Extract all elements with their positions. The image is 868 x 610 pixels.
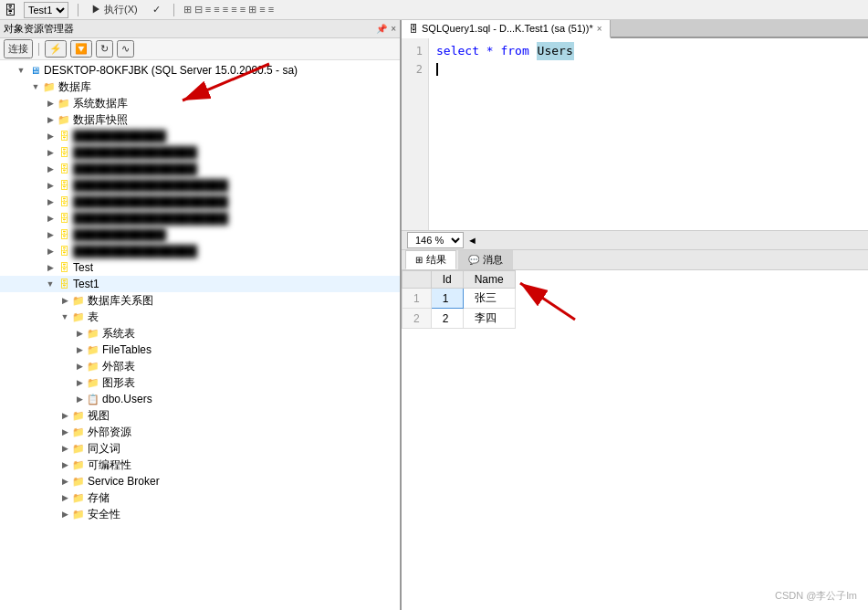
sysdb-toggle[interactable]: ▶: [44, 99, 57, 108]
database-selector[interactable]: Test1: [24, 2, 68, 18]
table-row[interactable]: 1 1 张三: [403, 289, 516, 309]
tree-container[interactable]: ▼ 🖥 DESKTOP-8OKFJBK (SQL Server 15.0.200…: [0, 60, 400, 610]
tab-db-icon: 🗄: [409, 24, 418, 34]
connect-button[interactable]: 连接: [4, 39, 33, 58]
messages-tab[interactable]: 💬 消息: [458, 250, 513, 269]
tree-db4[interactable]: ▶ 🗄 ████████████████████: [0, 177, 400, 194]
exp-more-btn[interactable]: ∿: [117, 40, 134, 58]
exp-refresh-btn[interactable]: ⚡: [45, 40, 67, 58]
panel-title: 对象资源管理器: [4, 22, 74, 36]
checkmark-button[interactable]: ✓: [149, 3, 164, 16]
db1-toggle[interactable]: ▶: [44, 131, 57, 141]
tree-db2[interactable]: ▶ 🗄 ████████████████: [0, 144, 400, 161]
tree-views[interactable]: ▶ 📁 视图: [0, 407, 400, 424]
tree-graph-tables[interactable]: ▶ 📁 图形表: [0, 374, 400, 391]
execute-button[interactable]: ▶ 执行(X): [88, 2, 141, 17]
test1-toggle[interactable]: ▼: [44, 279, 57, 289]
db3-label: ████████████████: [73, 163, 197, 175]
panel-close-btn[interactable]: ×: [391, 24, 396, 34]
tree-filetables[interactable]: ▶ 📁 FileTables: [0, 342, 400, 358]
systables-toggle[interactable]: ▶: [73, 329, 86, 338]
result-tabs-bar: ⊞ 结果 💬 消息: [402, 250, 868, 270]
table-row[interactable]: 2 2 李四: [403, 309, 516, 329]
exp-filter-btn[interactable]: 🔽: [70, 40, 92, 58]
views-label: 视图: [88, 408, 110, 424]
systables-label: 系统表: [102, 326, 135, 342]
tree-synonyms[interactable]: ▶ 📁 同义词: [0, 440, 400, 457]
code-area[interactable]: select * from Users: [429, 38, 868, 230]
tree-service-broker[interactable]: ▶ 📁 Service Broker: [0, 473, 400, 489]
tree-test-db[interactable]: ▶ 🗄 Test: [0, 259, 400, 276]
db2-toggle[interactable]: ▶: [44, 148, 57, 157]
graphtables-icon: 📁: [86, 377, 100, 389]
panel-pin-btn[interactable]: 📌: [376, 24, 387, 34]
extres-toggle[interactable]: ▶: [58, 427, 71, 436]
databases-toggle[interactable]: ▼: [29, 82, 42, 91]
tree-db1[interactable]: ▶ 🗄 ████████████: [0, 128, 400, 144]
row-2-num: 2: [403, 309, 432, 329]
db3-toggle[interactable]: ▶: [44, 164, 57, 174]
row-1-id[interactable]: 1: [431, 289, 463, 309]
server-toggle[interactable]: ▼: [15, 66, 27, 75]
prog-label: 可编程性: [88, 458, 131, 473]
db5-label: ████████████████████: [73, 195, 228, 208]
zoom-selector[interactable]: 146 %: [407, 232, 464, 248]
tree-sys-tables[interactable]: ▶ 📁 系统表: [0, 325, 400, 342]
editor-content[interactable]: 1 2 select * from Users: [402, 38, 868, 230]
zoom-bar: 146 % ◄: [402, 230, 868, 250]
row-2-id[interactable]: 2: [431, 309, 463, 329]
snapshots-toggle[interactable]: ▶: [44, 115, 57, 124]
tree-test1-db[interactable]: ▼ 🗄 Test1: [0, 276, 400, 292]
exp-sync-btn[interactable]: ↻: [96, 40, 113, 58]
prog-toggle[interactable]: ▶: [58, 460, 71, 469]
test1-label: Test1: [73, 278, 99, 290]
zoom-scroll-btn[interactable]: ◄: [467, 235, 477, 246]
tables-toggle[interactable]: ▼: [58, 312, 71, 321]
results-tab[interactable]: ⊞ 结果: [405, 250, 456, 269]
toolbar-icons: ⊞ ⊟ ≡ ≡ ≡ ≡ ≡ ⊞ ≡ ≡: [183, 4, 274, 16]
tree-db8[interactable]: ▶ 🗄 ████████████████: [0, 243, 400, 259]
tree-db5[interactable]: ▶ 🗄 ████████████████████: [0, 194, 400, 210]
tree-db-diagram[interactable]: ▶ 📁 数据库关系图: [0, 292, 400, 309]
tree-ext-resources[interactable]: ▶ 📁 外部资源: [0, 424, 400, 440]
db6-toggle[interactable]: ▶: [44, 214, 57, 223]
results-tab-label: 结果: [426, 253, 446, 267]
top-toolbar: 🗄 Test1 ▶ 执行(X) ✓ ⊞ ⊟ ≡ ≡ ≡ ≡ ≡ ⊞ ≡ ≡: [0, 0, 868, 20]
tree-db3[interactable]: ▶ 🗄 ████████████████: [0, 161, 400, 177]
tree-db-snapshots[interactable]: ▶ 📁 数据库快照: [0, 111, 400, 128]
synonyms-toggle[interactable]: ▶: [58, 444, 71, 453]
security-toggle[interactable]: ▶: [58, 510, 71, 519]
users-toggle[interactable]: ▶: [73, 394, 86, 404]
db5-toggle[interactable]: ▶: [44, 197, 57, 206]
tree-system-dbs[interactable]: ▶ 📁 系统数据库: [0, 95, 400, 111]
tables-icon: 📁: [71, 311, 86, 323]
tree-security[interactable]: ▶ 📁 安全性: [0, 506, 400, 522]
tree-tables-folder[interactable]: ▼ 📁 表: [0, 309, 400, 325]
test-toggle[interactable]: ▶: [44, 263, 57, 272]
exttables-toggle[interactable]: ▶: [73, 362, 86, 371]
broker-toggle[interactable]: ▶: [58, 477, 71, 486]
row-1-name[interactable]: 张三: [463, 289, 515, 309]
tab-close-btn[interactable]: ×: [597, 24, 602, 34]
db8-toggle[interactable]: ▶: [44, 247, 57, 256]
storage-toggle[interactable]: ▶: [58, 493, 71, 502]
tree-db7[interactable]: ▶ 🗄 ████████████: [0, 226, 400, 243]
graphtables-toggle[interactable]: ▶: [73, 378, 86, 387]
diagram-toggle[interactable]: ▶: [58, 296, 71, 305]
tree-storage[interactable]: ▶ 📁 存储: [0, 489, 400, 506]
tree-db6[interactable]: ▶ 🗄 ████████████████████: [0, 210, 400, 226]
db7-toggle[interactable]: ▶: [44, 230, 57, 239]
db1-icon: 🗄: [57, 131, 71, 142]
tree-dbo-users[interactable]: ▶ 📋 dbo.Users: [0, 391, 400, 407]
query-tab[interactable]: 🗄 SQLQuery1.sql - D...K.Test1 (sa (51))*…: [402, 20, 611, 38]
views-toggle[interactable]: ▶: [58, 411, 71, 420]
tree-server-root[interactable]: ▼ 🖥 DESKTOP-8OKFJBK (SQL Server 15.0.200…: [0, 62, 400, 79]
graphtables-label: 图形表: [102, 375, 135, 391]
tree-ext-tables[interactable]: ▶ 📁 外部表: [0, 358, 400, 374]
tree-databases-folder[interactable]: ▼ 📁 数据库: [0, 79, 400, 95]
filetables-toggle[interactable]: ▶: [73, 345, 86, 354]
explorer-toolbar: 连接 ⚡ 🔽 ↻ ∿: [0, 38, 400, 60]
db4-toggle[interactable]: ▶: [44, 181, 57, 190]
row-2-name[interactable]: 李四: [463, 309, 515, 329]
tree-programmability[interactable]: ▶ 📁 可编程性: [0, 457, 400, 473]
